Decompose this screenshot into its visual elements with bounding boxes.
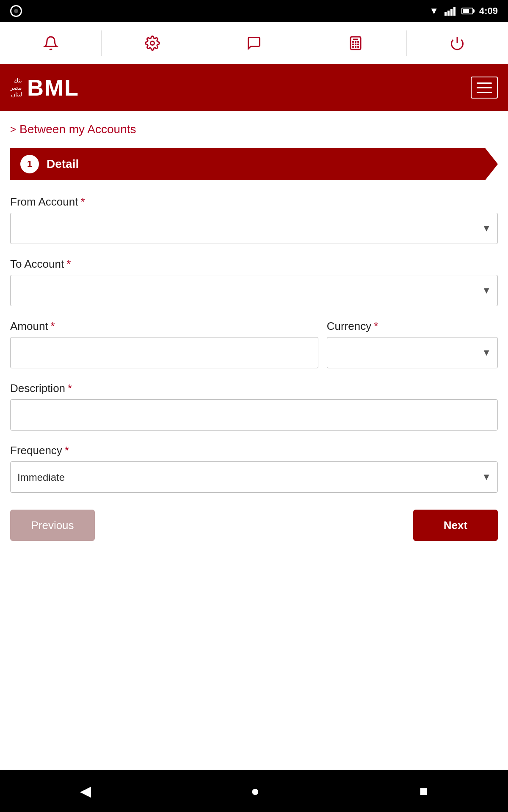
status-indicator: [10, 5, 22, 17]
currency-group: Currency * ▼: [327, 320, 498, 368]
status-bar: ▼ 4:09: [0, 0, 508, 22]
recents-icon[interactable]: ■: [420, 783, 428, 799]
amount-label: Amount *: [10, 320, 318, 333]
currency-label: Currency *: [327, 320, 498, 333]
main-content: > Between my Accounts 1 Detail From Acco…: [0, 111, 508, 770]
battery-icon: [461, 8, 473, 14]
from-account-select-wrapper: ▼: [10, 213, 498, 244]
amount-input[interactable]: [10, 337, 318, 368]
top-nav: [0, 22, 508, 64]
currency-select-wrapper: ▼: [327, 337, 498, 368]
settings-icon[interactable]: [102, 36, 203, 51]
to-account-label: To Account *: [10, 258, 498, 271]
to-account-group: To Account * ▼: [10, 258, 498, 306]
amount-group: Amount *: [10, 320, 318, 368]
bell-icon[interactable]: [0, 36, 101, 51]
previous-button[interactable]: Previous: [10, 510, 95, 541]
back-icon[interactable]: ◀: [80, 782, 91, 799]
from-account-required: *: [80, 195, 85, 208]
power-icon[interactable]: [407, 36, 508, 51]
from-account-group: From Account * ▼: [10, 195, 498, 244]
wifi-icon: ▼: [429, 5, 439, 16]
signal-icon: [444, 6, 456, 16]
brand-arabic: بنكمصرلبنان: [10, 77, 22, 98]
brand-name: BML: [27, 76, 79, 99]
home-icon[interactable]: ●: [251, 783, 260, 799]
brand-logo: بنكمصرلبنان BML: [10, 76, 79, 99]
hamburger-menu-button[interactable]: [471, 77, 498, 99]
svg-point-0: [150, 41, 154, 45]
to-account-required: *: [66, 258, 71, 271]
frequency-label: Frequency *: [10, 444, 498, 457]
amount-currency-row: Amount * Currency * ▼: [10, 320, 498, 368]
next-button[interactable]: Next: [413, 510, 498, 541]
status-right: ▼ 4:09: [429, 5, 498, 16]
breadcrumb-text[interactable]: Between my Accounts: [19, 123, 136, 136]
frequency-group: Frequency * Immediate Scheduled Recurrin…: [10, 444, 498, 493]
description-label: Description *: [10, 382, 498, 395]
app-header: بنكمصرلبنان BML: [0, 64, 508, 111]
frequency-select[interactable]: Immediate Scheduled Recurring: [10, 461, 498, 493]
amount-required: *: [51, 320, 55, 333]
breadcrumb-arrow: >: [10, 123, 16, 135]
description-input[interactable]: [10, 399, 498, 431]
calculator-icon[interactable]: [305, 36, 406, 51]
breadcrumb: > Between my Accounts: [10, 123, 498, 136]
description-group: Description *: [10, 382, 498, 431]
description-required: *: [68, 382, 72, 395]
from-account-label: From Account *: [10, 195, 498, 208]
step-header: 1 Detail: [10, 148, 498, 180]
frequency-select-wrapper: Immediate Scheduled Recurring ▼: [10, 461, 498, 493]
currency-select[interactable]: [327, 337, 498, 368]
chat-icon[interactable]: [203, 36, 304, 51]
to-account-select[interactable]: [10, 275, 498, 306]
currency-required: *: [374, 320, 378, 333]
buttons-row: Previous Next: [10, 510, 498, 541]
step-title: Detail: [47, 157, 79, 171]
bottom-nav: ◀ ● ■: [0, 770, 508, 812]
step-number: 1: [20, 155, 39, 173]
from-account-select[interactable]: [10, 213, 498, 244]
status-time: 4:09: [479, 5, 498, 16]
to-account-select-wrapper: ▼: [10, 275, 498, 306]
frequency-required: *: [65, 444, 69, 457]
